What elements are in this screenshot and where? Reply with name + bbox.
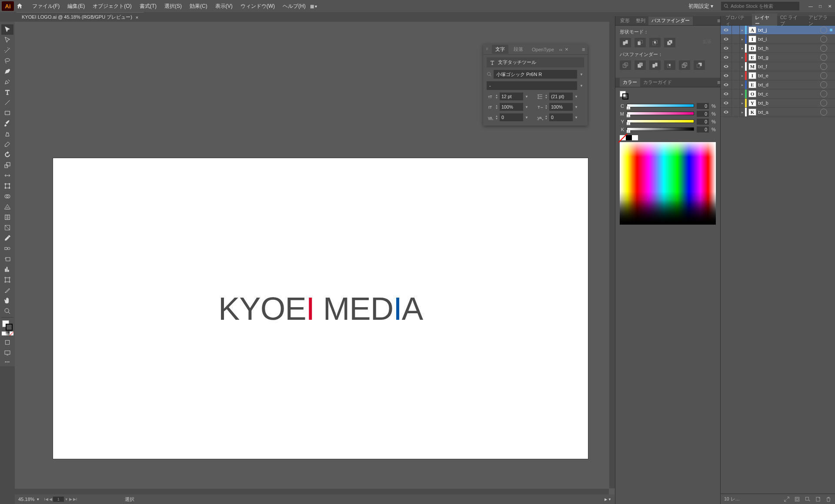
- black-value[interactable]: 0: [697, 126, 709, 133]
- visibility-toggle[interactable]: [721, 90, 732, 98]
- target-icon[interactable]: [820, 54, 827, 61]
- blend-tool[interactable]: [1, 243, 13, 254]
- layer-name[interactable]: txt_f: [758, 64, 820, 69]
- symbol-sprayer-tool[interactable]: [1, 254, 13, 264]
- visibility-toggle[interactable]: [721, 62, 732, 71]
- close-tab-button[interactable]: ×: [136, 15, 138, 20]
- panel-collapse-button[interactable]: ‹‹: [559, 47, 562, 52]
- expand-arrow[interactable]: ▸: [740, 46, 745, 50]
- selection-tool[interactable]: [1, 24, 13, 35]
- tiny-fill[interactable]: [2, 332, 6, 335]
- menu-object[interactable]: オブジェクト(O): [89, 1, 135, 12]
- selection-indicator[interactable]: [830, 65, 832, 68]
- clipping-mask-button[interactable]: [794, 496, 800, 502]
- exclude-button[interactable]: [664, 38, 675, 47]
- hand-tool[interactable]: [1, 295, 13, 306]
- selection-indicator[interactable]: [830, 47, 832, 50]
- intersect-button[interactable]: [649, 38, 661, 47]
- target-icon[interactable]: [820, 109, 827, 116]
- font-style-combo[interactable]: -: [487, 81, 577, 90]
- eyedropper-tool[interactable]: [1, 233, 13, 243]
- black-slider[interactable]: K 0%: [620, 126, 716, 133]
- fill-stroke-swatch[interactable]: [2, 320, 13, 331]
- cyan-slider[interactable]: C 0%: [620, 103, 716, 109]
- eraser-tool[interactable]: [1, 139, 13, 149]
- artboard-tool[interactable]: [1, 275, 13, 285]
- stepper[interactable]: ▲▼: [545, 115, 548, 120]
- kerning-field[interactable]: VA ▲▼ 0 ▼: [487, 113, 534, 121]
- lasso-tool[interactable]: [1, 56, 13, 66]
- layer-name[interactable]: txt_b: [758, 100, 820, 106]
- maximize-button[interactable]: □: [817, 3, 824, 10]
- trim-button[interactable]: [635, 60, 646, 70]
- expand-arrow[interactable]: ▸: [740, 74, 745, 78]
- menu-effect[interactable]: 効果(C): [186, 1, 211, 12]
- document-tab[interactable]: KYOEI LOGO.ai @ 45.18% (RGB/GPU プレビュー) ×: [17, 12, 144, 22]
- layer-name[interactable]: txt_j: [758, 27, 820, 33]
- target-icon[interactable]: [820, 63, 827, 70]
- target-icon[interactable]: [820, 81, 827, 88]
- tracking-value[interactable]: 0: [549, 113, 573, 121]
- yellow-slider[interactable]: Y 0%: [620, 119, 716, 125]
- expand-arrow[interactable]: ▸: [740, 65, 745, 69]
- minus-back-button[interactable]: [694, 60, 705, 70]
- nav-first[interactable]: I◀: [44, 497, 48, 501]
- menu-window[interactable]: ウィンドウ(W): [237, 1, 278, 12]
- draw-mode[interactable]: [1, 337, 13, 348]
- color-fill-stroke[interactable]: [620, 91, 628, 99]
- nav-prev[interactable]: ◀: [49, 497, 52, 501]
- menu-select[interactable]: 選択(S): [161, 1, 185, 12]
- curvature-tool[interactable]: [1, 76, 13, 87]
- new-sublayer-button[interactable]: [805, 496, 811, 502]
- lock-toggle[interactable]: [732, 90, 740, 98]
- kerning-value[interactable]: 0: [500, 113, 523, 121]
- perspective-grid-tool[interactable]: [1, 202, 13, 212]
- gradient-tool[interactable]: [1, 222, 13, 233]
- chevron-down-icon[interactable]: ▼: [579, 73, 584, 76]
- panel-menu-button[interactable]: ≡: [717, 80, 720, 86]
- stepper[interactable]: ▲▼: [545, 104, 548, 109]
- touch-type-tool-button[interactable]: 文字タッチツール: [487, 57, 584, 67]
- nav-page-drop[interactable]: ▼: [65, 497, 68, 501]
- visibility-toggle[interactable]: [721, 99, 732, 107]
- target-icon[interactable]: [820, 90, 827, 97]
- tab-pathfinder[interactable]: パスファインダー: [648, 17, 693, 25]
- lock-toggle[interactable]: [732, 108, 740, 116]
- slice-tool[interactable]: [1, 285, 13, 295]
- free-transform-tool[interactable]: [1, 181, 13, 191]
- shaper-tool[interactable]: [1, 129, 13, 139]
- layer-name[interactable]: txt_g: [758, 55, 820, 60]
- edit-toolbar-button[interactable]: •••: [5, 360, 10, 364]
- panel-menu-button[interactable]: ≡: [582, 46, 585, 53]
- white-swatch[interactable]: [632, 135, 638, 140]
- layer-name[interactable]: txt_d: [758, 82, 820, 87]
- layer-row[interactable]: ▸ I txt_e: [721, 71, 835, 80]
- crop-button[interactable]: [664, 60, 675, 70]
- visibility-toggle[interactable]: [721, 26, 732, 34]
- chevron-down-icon[interactable]: ▼: [579, 84, 584, 88]
- selection-indicator[interactable]: [830, 29, 832, 31]
- target-icon[interactable]: [820, 99, 827, 106]
- chevron-down-icon[interactable]: ▼: [574, 116, 579, 119]
- selection-indicator[interactable]: [830, 74, 832, 77]
- selection-indicator[interactable]: [830, 111, 832, 113]
- magenta-slider[interactable]: M 0%: [620, 111, 716, 117]
- outline-button[interactable]: [679, 60, 690, 70]
- selection-indicator[interactable]: [830, 102, 832, 104]
- menu-edit[interactable]: 編集(E): [64, 1, 88, 12]
- tab-align[interactable]: 整列: [633, 17, 648, 25]
- layer-name[interactable]: txt_e: [758, 73, 820, 78]
- layer-name[interactable]: txt_i: [758, 36, 820, 42]
- lock-toggle[interactable]: [732, 80, 740, 89]
- lock-toggle[interactable]: [732, 62, 740, 71]
- black-swatch[interactable]: [626, 135, 632, 140]
- minimize-button[interactable]: —: [807, 3, 814, 10]
- tab-color[interactable]: カラー: [620, 78, 640, 87]
- layer-row[interactable]: ▸ A txt_j: [721, 26, 835, 35]
- stepper[interactable]: ▲▼: [495, 115, 499, 120]
- merge-button[interactable]: [649, 60, 661, 70]
- lock-toggle[interactable]: [732, 71, 740, 80]
- expand-arrow[interactable]: ▸: [740, 110, 745, 114]
- layer-row[interactable]: ▸ O txt_c: [721, 90, 835, 99]
- target-icon[interactable]: [820, 72, 827, 79]
